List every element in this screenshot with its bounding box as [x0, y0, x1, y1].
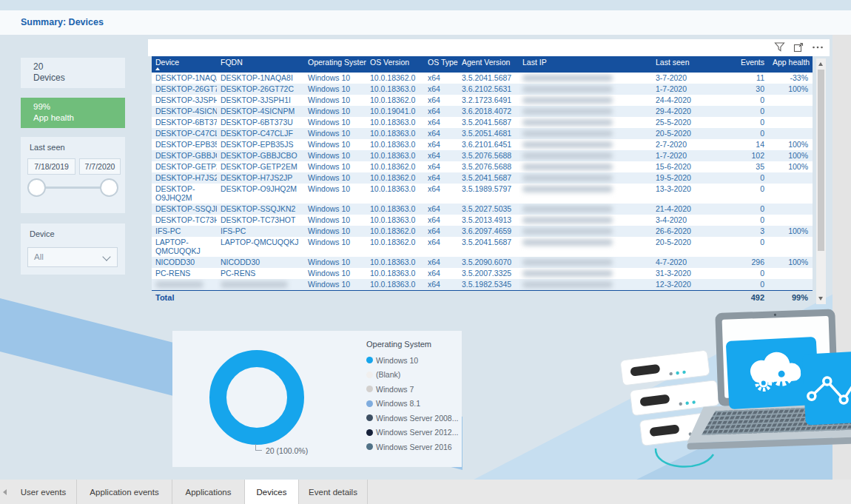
cell-events: 102: [717, 150, 769, 161]
cell-os_version: 10.0.18363.0: [366, 279, 424, 290]
cell-app_health: [769, 279, 813, 290]
cell-last_seen: 1-7-2020: [652, 150, 717, 161]
table-row[interactable]: DESKTOP-GBBJCBODESKTOP-GBBJCBOWindows 10…: [152, 150, 813, 161]
tab-applications[interactable]: Applications: [172, 480, 245, 504]
table-row[interactable]: NICODD30NICODD30Windows 1010.0.18363.0x6…: [152, 257, 813, 268]
donut-ring[interactable]: [209, 350, 304, 445]
cell-last_ip: [519, 139, 652, 150]
cell-os: Windows 10: [304, 139, 366, 150]
legend-item[interactable]: Windows Server 2012...: [366, 426, 458, 440]
table-row[interactable]: DESKTOP-26GT72CDESKTOP-26GT72CWindows 10…: [152, 84, 813, 95]
table-row[interactable]: DESKTOP-SSQJKN2DESKTOP-SSQJKN2Windows 10…: [152, 204, 813, 215]
cell-os_type: x64: [424, 172, 458, 184]
total-empty-cell: [458, 291, 519, 302]
date-range-handle-end[interactable]: [100, 178, 118, 197]
table-row[interactable]: DESKTOP-GETP2EMDESKTOP-GETP2EMWindows 10…: [152, 161, 813, 172]
cell-device: DESKTOP-1NAQA8I: [152, 73, 217, 84]
total-empty-cell: [304, 291, 366, 302]
column-header-app_health[interactable]: App health: [769, 56, 813, 73]
column-header-last_ip[interactable]: Last IP: [519, 56, 652, 73]
cell-events: 30: [717, 84, 769, 95]
cell-app_health: [769, 128, 813, 139]
cell-last_ip: [519, 279, 652, 290]
cell-app_health: 100%: [769, 150, 813, 161]
cell-agent_version: 3.5.2013.4913: [458, 215, 519, 226]
column-header-last_seen[interactable]: Last seen: [652, 56, 717, 73]
device-dropdown[interactable]: All: [27, 247, 118, 267]
legend-item[interactable]: Windows Server 2016: [366, 440, 458, 454]
devices-table-visual: DeviceFQDNOperating SystemOS VersionOS T…: [148, 39, 830, 306]
date-range-handle-start[interactable]: [27, 178, 46, 197]
redacted-value: [522, 75, 613, 81]
donut-data-label: 20 (100.0%): [266, 446, 308, 455]
table-row[interactable]: DESKTOP-6BT373UDESKTOP-6BT373UWindows 10…: [152, 117, 813, 128]
cell-app_health: 100%: [769, 161, 813, 172]
total-empty-cell: [217, 291, 304, 302]
table-row[interactable]: DESKTOP-H7JS2JPDESKTOP-H7JS2JPWindows 10…: [152, 172, 813, 184]
cell-device: DESKTOP-6BT373U: [152, 117, 217, 128]
scrollbar-thumb[interactable]: [818, 70, 824, 251]
cell-events: 0: [717, 117, 769, 128]
device-dropdown-value: All: [34, 248, 44, 266]
table-row[interactable]: DESKTOP-4SICNPMDESKTOP-4SICNPMWindows 10…: [152, 106, 813, 117]
table-row[interactable]: DESKTOP-1NAQA8IDESKTOP-1NAQA8IWindows 10…: [152, 73, 813, 84]
tab-devices[interactable]: Devices: [245, 480, 299, 504]
legend-swatch: [366, 429, 373, 436]
cell-last_seen: 13-3-2020: [652, 184, 717, 204]
cell-os: Windows 10: [304, 279, 366, 290]
cell-app_health: -33%: [769, 73, 813, 84]
column-header-device[interactable]: Device: [152, 56, 217, 73]
scroll-down-icon[interactable]: [818, 297, 823, 300]
cell-os: Windows 10: [304, 184, 366, 204]
table-row[interactable]: Windows 1010.0.18363.0x643.5.1982.534512…: [152, 279, 813, 290]
legend-swatch: [366, 357, 373, 363]
last-seen-slicer: Last seen 7/18/2019 7/7/2020: [21, 137, 125, 213]
legend-item[interactable]: Windows 10: [366, 353, 458, 368]
cell-device: PC-RENS: [152, 268, 217, 279]
cell-device: [152, 279, 217, 290]
legend-item[interactable]: Windows 8.1: [366, 397, 458, 411]
legend-label: Windows 7: [376, 385, 414, 394]
table-row[interactable]: DESKTOP-3JSPH1IDESKTOP-3JSPH1IWindows 10…: [152, 95, 813, 106]
legend-item[interactable]: (Blank): [366, 368, 458, 383]
table-row[interactable]: DESKTOP-O9JHQ2MDESKTOP-O9JHQ2MWindows 10…: [152, 184, 813, 204]
legend-item[interactable]: Windows 7: [366, 382, 458, 397]
redacted-value: [522, 152, 613, 159]
focus-mode-icon[interactable]: [793, 42, 804, 53]
column-header-agent_version[interactable]: Agent Version: [458, 56, 519, 73]
cell-os_version: 10.0.18363.0: [366, 84, 424, 95]
column-header-os_type[interactable]: OS Type: [424, 56, 458, 73]
tab-nav-left[interactable]: [0, 480, 10, 504]
column-header-fqdn[interactable]: FQDN: [217, 56, 304, 73]
table-row[interactable]: PC-RENSPC-RENSWindows 1010.0.18363.0x643…: [152, 268, 813, 279]
more-options-icon[interactable]: [812, 42, 824, 53]
cell-os_type: x64: [424, 257, 458, 268]
column-header-os[interactable]: Operating System: [304, 56, 366, 73]
column-header-events[interactable]: Events: [717, 56, 769, 73]
cell-events: 11: [717, 73, 769, 84]
last-seen-start-input[interactable]: 7/18/2019: [27, 158, 75, 175]
tab-event-details[interactable]: Event details: [299, 480, 368, 504]
legend-item[interactable]: Windows Server 2008...: [366, 411, 458, 426]
column-header-os_version[interactable]: OS Version: [366, 56, 424, 73]
table-row[interactable]: IFS-PCIFS-PCWindows 1010.0.18362.0x643.6…: [152, 226, 813, 237]
table-row[interactable]: DESKTOP-C47CLJFDESKTOP-C47CLJFWindows 10…: [152, 128, 813, 139]
filter-icon[interactable]: [774, 41, 785, 53]
cell-app_health: 100%: [769, 84, 813, 95]
table-row[interactable]: DESKTOP-TC73HOTDESKTOP-TC73HOTWindows 10…: [152, 215, 813, 226]
redacted-value: [522, 175, 613, 181]
cell-last_ip: [519, 268, 652, 279]
table-row[interactable]: LAPTOP-QMCUQQKJLAPTOP-QMCUQQKJWindows 10…: [152, 237, 813, 257]
cell-agent_version: 3.6.2097.4659: [458, 226, 519, 237]
scroll-up-icon[interactable]: [818, 62, 823, 66]
cell-last_seen: 29-4-2020: [652, 106, 717, 117]
table-row[interactable]: DESKTOP-EPB35JSDESKTOP-EPB35JSWindows 10…: [152, 139, 813, 150]
tab-user-events[interactable]: User events: [10, 480, 77, 504]
date-range-track: [37, 187, 109, 189]
table-scrollbar[interactable]: [816, 58, 826, 304]
cell-events: 0: [717, 237, 769, 257]
devices-count-label: Devices: [33, 73, 125, 84]
tab-application-events[interactable]: Application events: [77, 480, 172, 504]
last-seen-end-input[interactable]: 7/7/2020: [79, 158, 121, 175]
cell-events: 0: [717, 95, 769, 106]
